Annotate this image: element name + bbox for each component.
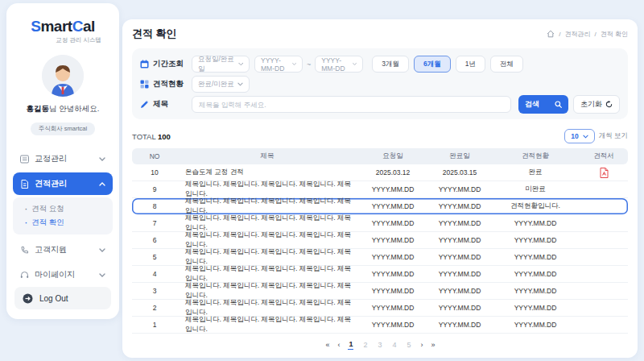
quotes-table: NO 제목 요청일 완료일 견적현황 견적서 10 온습도계 교정 견적 202… [132, 148, 628, 334]
breadcrumb-separator: / [595, 31, 597, 38]
breadcrumb-item[interactable]: 견적관리 [565, 30, 591, 39]
reset-button[interactable]: 초기화 [573, 95, 620, 114]
table-row[interactable]: 9 제목입니다. 제목입니다. 제목입니다. 제목입니다. 제목입니다. YYY… [132, 181, 628, 198]
period-type-value: 요청일/완료일 [198, 55, 238, 74]
filter-panel: 기간조회 요청일/완료일 YYYY-MM-DD ~ YYYY-MM-DD 3개월… [132, 48, 628, 119]
breadcrumb-item[interactable]: 견적 확인 [601, 30, 628, 39]
pdf-icon[interactable] [600, 168, 609, 178]
row-request-date: YYYY.MM.DD [357, 270, 428, 278]
row-status: YYYY.MM.DD [491, 253, 580, 261]
page-size-suffix: 개씩 보기 [599, 131, 628, 141]
next-page-button[interactable]: › [421, 341, 423, 349]
app-subtitle: 교정 관리 시스템 [6, 36, 119, 44]
row-request-date: YYYY.MM.DD [357, 287, 428, 295]
row-no: 9 [132, 185, 177, 193]
prev-page-button[interactable]: ‹ [337, 341, 339, 349]
sidebar-item-mypage[interactable]: 마이페이지 [13, 263, 113, 286]
submenu-item-quote-check[interactable]: · 견적 확인 [25, 216, 113, 230]
date-range-separator: ~ [307, 60, 311, 68]
row-status: YYYY.MM.DD [491, 287, 580, 295]
row-status: YYYY.MM.DD [491, 236, 580, 244]
row-complete-date: YYYY.MM.DD [428, 287, 491, 295]
row-complete-date: YYYY.MM.DD [428, 270, 491, 278]
table-row[interactable]: 3 제목입니다. 제목입니다. 제목입니다. 제목입니다. 제목입니다. YYY… [132, 283, 628, 300]
sidebar-item-quotes[interactable]: 견적관리 [13, 172, 113, 195]
row-no: 6 [132, 236, 177, 244]
table-row[interactable]: 1 제목입니다. 제목입니다. 제목입니다. 제목입니다. 제목입니다. YYY… [132, 317, 628, 334]
table-row[interactable]: 4 제목입니다. 제목입니다. 제목입니다. 제목입니다. 제목입니다. YYY… [132, 266, 628, 283]
logo-part: al [83, 18, 95, 35]
row-status: 견적현황입니다. [491, 201, 580, 211]
sidebar-item-support[interactable]: 고객지원 [13, 239, 113, 261]
page-size-value: 10 [571, 132, 578, 140]
row-request-date: YYYY.MM.DD [357, 185, 428, 193]
row-no: 8 [132, 202, 177, 210]
logout-label: Log Out [39, 294, 68, 303]
table-row[interactable]: 10 온습도계 교정 견적 2025.03.12 2025.03.15 완료 [132, 164, 628, 181]
row-title: 온습도계 교정 견적 [177, 168, 357, 177]
document-icon [20, 180, 29, 189]
row-request-date: YYYY.MM.DD [357, 253, 428, 261]
date-to-select[interactable]: YYYY-MM-DD [315, 56, 363, 73]
row-no: 5 [132, 253, 177, 261]
chevron-down-icon [99, 157, 105, 161]
date-from-value: YYYY-MM-DD [261, 56, 292, 73]
row-no: 10 [132, 168, 177, 176]
page-number-4[interactable]: 4 [392, 341, 398, 350]
user-name: 홍길동 [27, 104, 50, 113]
column-header-request-date: 요청일 [357, 151, 428, 161]
page-number-5[interactable]: 5 [407, 341, 412, 350]
breadcrumb: / 견적관리 / 견적 확인 [547, 30, 628, 39]
date-to-value: YYYY-MM-DD [321, 56, 353, 73]
company-badge: 주식회사 smartcal [31, 122, 95, 135]
status-icon [140, 80, 149, 89]
avatar [42, 55, 84, 97]
column-header-no: NO [132, 152, 177, 160]
user-greeting: 홍길동님 안녕하세요. [6, 104, 119, 114]
row-complete-date: YYYY.MM.DD [428, 321, 491, 329]
logout-button[interactable]: Log Out [14, 287, 111, 309]
status-filter-label: 견적현황 [153, 79, 184, 89]
calendar-icon [140, 60, 149, 68]
pagination: « ‹ 1 2 3 4 5 › » [122, 340, 638, 350]
status-select[interactable]: 완료/미완료 [192, 76, 250, 93]
table-row[interactable]: 5 제목입니다. 제목입니다. 제목입니다. 제목입니다. 제목입니다. YYY… [132, 249, 628, 266]
refresh-icon [605, 101, 613, 108]
breadcrumb-separator: / [559, 31, 560, 38]
row-request-date: YYYY.MM.DD [357, 202, 428, 210]
row-status: YYYY.MM.DD [491, 270, 580, 278]
table-row[interactable]: 2 제목입니다. 제목입니다. 제목입니다. 제목입니다. 제목입니다. YYY… [132, 300, 628, 317]
total-count: TOTAL 100 [132, 132, 171, 141]
period-type-select[interactable]: 요청일/완료일 [192, 56, 250, 73]
sidebar-item-calibration[interactable]: 교정관리 [13, 147, 113, 170]
page-number-2[interactable]: 2 [362, 341, 368, 350]
last-page-button[interactable]: » [431, 341, 435, 349]
table-row[interactable]: 8 제목입니다. 제목입니다. 제목입니다. 제목입니다. 제목입니다. YYY… [132, 198, 628, 215]
quick-all-button[interactable]: 전체 [490, 56, 523, 73]
status-select-value: 완료/미완료 [198, 80, 234, 89]
headset-icon [20, 271, 29, 280]
quick-6months-button[interactable]: 6개월 [414, 56, 451, 73]
first-page-button[interactable]: « [325, 341, 328, 349]
sidebar-item-label: 고객지원 [35, 244, 67, 255]
page-size-select[interactable]: 10 [564, 129, 594, 143]
row-status: YYYY.MM.DD [491, 321, 580, 329]
date-from-select[interactable]: YYYY-MM-DD [254, 56, 303, 73]
title-search-input[interactable] [192, 96, 511, 113]
quick-1year-button[interactable]: 1년 [456, 56, 485, 73]
row-request-date: YYYY.MM.DD [357, 236, 428, 244]
page-number-1[interactable]: 1 [348, 340, 353, 350]
home-icon[interactable] [547, 30, 555, 38]
quotes-submenu: · 견적 요청 · 견적 확인 [13, 197, 113, 234]
page-number-3[interactable]: 3 [377, 341, 382, 350]
search-button[interactable]: 검색 [518, 95, 568, 114]
submenu-item-quote-request[interactable]: · 견적 요청 [25, 202, 113, 216]
table-row[interactable]: 7 제목입니다. 제목입니다. 제목입니다. 제목입니다. 제목입니다. YYY… [132, 215, 628, 232]
bullet: · [25, 218, 27, 227]
row-complete-date: 2025.03.15 [428, 168, 491, 176]
table-row[interactable]: 6 제목입니다. 제목입니다. 제목입니다. 제목입니다. 제목입니다. YYY… [132, 232, 628, 249]
row-no: 4 [132, 270, 177, 278]
logo-part: C [72, 18, 83, 35]
quick-3months-button[interactable]: 3개월 [372, 56, 409, 73]
phone-icon [20, 246, 29, 255]
